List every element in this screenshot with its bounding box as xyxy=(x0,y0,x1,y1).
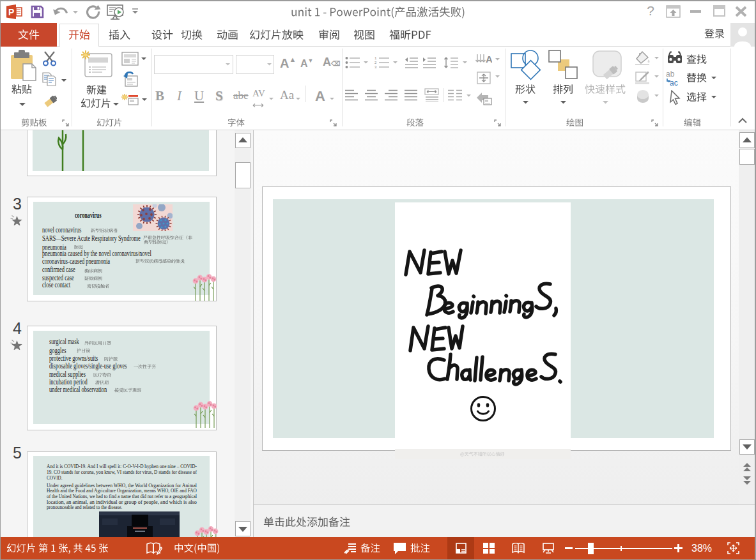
svg-text:3: 3 xyxy=(374,65,377,69)
svg-text:P: P xyxy=(8,7,14,17)
svg-text:A: A xyxy=(486,54,492,64)
svg-text:ac: ac xyxy=(670,79,678,87)
svg-text:ab: ab xyxy=(666,70,675,79)
svg-text:1: 1 xyxy=(374,56,377,60)
svg-text:2: 2 xyxy=(374,61,377,64)
